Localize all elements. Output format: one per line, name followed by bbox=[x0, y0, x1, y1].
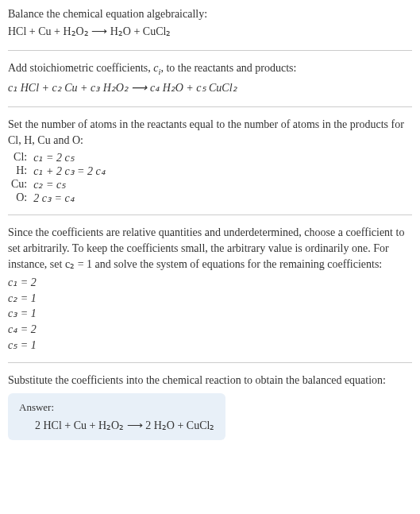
text-fragment: Add stoichiometric coefficients, bbox=[8, 62, 153, 74]
element-label: Cu: bbox=[11, 178, 33, 191]
answer-label: Answer: bbox=[19, 401, 214, 414]
balanced-equation: 2 HCl + Cu + H₂O₂ ⟶ 2 H₂O + CuCl₂ bbox=[19, 419, 214, 432]
table-row: Cu: c₂ = c₅ bbox=[11, 178, 106, 191]
balance-table: Cl: c₁ = 2 c₅ H: c₁ + 2 c₃ = 2 c₄ Cu: c₂… bbox=[11, 151, 106, 205]
text-fragment: , to the reactants and products: bbox=[160, 62, 296, 74]
coefficient-list: c₁ = 2 c₂ = 1 c₃ = 1 c₄ = 2 c₅ = 1 bbox=[8, 275, 412, 353]
coeff-value: c₅ = 1 bbox=[8, 338, 412, 354]
coeff-value: c₃ = 1 bbox=[8, 306, 412, 322]
table-row: O: 2 c₃ = c₄ bbox=[11, 191, 106, 205]
section-coefficients: Add stoichiometric coefficients, ci, to … bbox=[8, 60, 412, 107]
element-equation: 2 c₃ = c₄ bbox=[33, 191, 106, 205]
element-label: O: bbox=[11, 191, 33, 205]
table-row: Cl: c₁ = 2 c₅ bbox=[11, 151, 106, 164]
problem-statement: Balance the chemical equation algebraica… bbox=[8, 6, 412, 22]
equation-with-coeffs: c₁ HCl + c₂ Cu + c₃ H₂O₂ ⟶ c₄ H₂O + c₅ C… bbox=[8, 80, 412, 96]
element-equation: c₁ + 2 c₃ = 2 c₄ bbox=[33, 164, 106, 178]
unbalanced-equation: HCl + Cu + H₂O₂ ⟶ H₂O + CuCl₂ bbox=[8, 24, 412, 40]
section-problem: Balance the chemical equation algebraica… bbox=[8, 6, 412, 51]
section-atom-balance: Set the number of atoms in the reactants… bbox=[8, 117, 412, 215]
section-answer: Substitute the coefficients into the che… bbox=[8, 373, 412, 450]
coeff-value: c₂ = 1 bbox=[8, 291, 412, 307]
section-solve: Since the coefficients are relative quan… bbox=[8, 225, 412, 363]
coeff-intro: Add stoichiometric coefficients, ci, to … bbox=[8, 60, 412, 78]
element-equation: c₂ = c₅ bbox=[33, 178, 106, 191]
element-label: H: bbox=[11, 164, 33, 178]
coeff-value: c₁ = 2 bbox=[8, 275, 412, 291]
solve-intro: Since the coefficients are relative quan… bbox=[8, 225, 412, 272]
answer-intro: Substitute the coefficients into the che… bbox=[8, 373, 412, 388]
answer-box: Answer: 2 HCl + Cu + H₂O₂ ⟶ 2 H₂O + CuCl… bbox=[8, 393, 225, 440]
balance-intro: Set the number of atoms in the reactants… bbox=[8, 117, 412, 148]
element-label: Cl: bbox=[11, 151, 33, 164]
element-equation: c₁ = 2 c₅ bbox=[33, 151, 106, 164]
coeff-value: c₄ = 2 bbox=[8, 322, 412, 338]
table-row: H: c₁ + 2 c₃ = 2 c₄ bbox=[11, 164, 106, 178]
